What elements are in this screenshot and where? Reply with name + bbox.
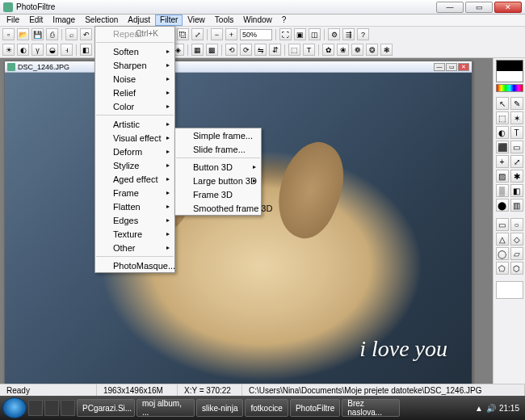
side-tool-10[interactable]: ▨ xyxy=(496,170,509,183)
tb-full-icon[interactable]: ▣ xyxy=(294,28,306,40)
image-canvas[interactable]: i love you xyxy=(5,73,472,384)
quicklaunch-3[interactable] xyxy=(61,400,75,416)
menu-help[interactable]: ? xyxy=(277,15,292,26)
tb-auto-icon[interactable]: ◫ xyxy=(309,28,321,40)
filter-item-sharpen[interactable]: Sharpen▸ xyxy=(95,58,174,72)
frame-item-slide-frame-[interactable]: Slide frame... xyxy=(175,142,261,156)
filter-item-photomasque-[interactable]: PhotoMasque... xyxy=(95,258,174,272)
tb2-contrast-icon[interactable]: ◐ xyxy=(17,44,29,56)
frame-item-button-3d[interactable]: Button 3D▸ xyxy=(175,160,261,174)
tb2-sat-icon[interactable]: ◒ xyxy=(46,44,58,56)
menu-adjust[interactable]: Adjust xyxy=(123,15,155,26)
tb2-flip-h-icon[interactable]: ⇋ xyxy=(254,44,267,56)
menu-window[interactable]: Window xyxy=(238,15,277,26)
tb2-bright-icon[interactable]: ☀ xyxy=(2,44,15,56)
tb2-module2-icon[interactable]: ❀ xyxy=(337,44,349,56)
tb-zoomout-icon[interactable]: − xyxy=(211,28,223,40)
side-tool-2[interactable]: ⬚ xyxy=(496,111,509,124)
filter-item-aged-effect[interactable]: Aged effect▸ xyxy=(95,172,174,186)
side-shape-0[interactable]: ▭ xyxy=(496,218,509,231)
side-tool-5[interactable]: T xyxy=(510,126,523,139)
doc-minimize-button[interactable]: — xyxy=(434,63,445,71)
tb-undo-icon[interactable]: ↶ xyxy=(80,28,92,40)
tb2-mask-icon[interactable]: ⬚ xyxy=(288,44,300,56)
window-maximize-button[interactable]: ▭ xyxy=(465,2,493,13)
frame-item-simple-frame-[interactable]: Simple frame... xyxy=(175,128,261,142)
side-tool-6[interactable]: ⬛ xyxy=(496,141,509,153)
tb2-module3-icon[interactable]: ❁ xyxy=(351,44,363,56)
tb2-text-icon[interactable]: T xyxy=(303,44,315,56)
filter-item-artistic[interactable]: Artistic▸ xyxy=(95,117,174,131)
window-close-button[interactable]: ✕ xyxy=(494,2,522,13)
filter-item-stylize[interactable]: Stylize▸ xyxy=(95,158,174,172)
tool-options[interactable] xyxy=(496,281,523,299)
window-minimize-button[interactable]: — xyxy=(436,2,464,13)
tb-size-icon[interactable]: ⤢ xyxy=(191,28,204,40)
filter-item-flatten[interactable]: Flatten▸ xyxy=(95,200,174,213)
tb2-rot-l-icon[interactable]: ⟲ xyxy=(225,44,237,56)
quicklaunch-2[interactable] xyxy=(44,400,59,416)
tb2-gamma-icon[interactable]: γ xyxy=(32,44,44,56)
side-shape-2[interactable]: △ xyxy=(496,233,509,246)
filter-item-relief[interactable]: Relief▸ xyxy=(95,86,174,99)
tb-save-icon[interactable]: 💾 xyxy=(32,28,44,40)
side-shape-7[interactable]: ⬡ xyxy=(510,262,523,275)
tray-icon[interactable]: 🔊 xyxy=(486,404,496,413)
tb2-hist-icon[interactable]: ⫞ xyxy=(61,44,73,56)
frame-item-smoothed-frame-3d[interactable]: Smoothed frame 3D xyxy=(175,201,261,215)
tray-icon[interactable]: ▲ xyxy=(475,404,483,413)
taskbar-task[interactable]: PCgarazi.Si... xyxy=(77,399,135,417)
start-button[interactable] xyxy=(2,397,27,418)
tb2-gray-icon[interactable]: ◧ xyxy=(80,44,92,56)
taskbar-task[interactable]: Brez naslova... xyxy=(342,399,400,417)
taskbar-task[interactable]: slike-ninja xyxy=(196,399,243,417)
tb-fit-icon[interactable]: ⛶ xyxy=(279,28,292,40)
filter-item-edges[interactable]: Edges▸ xyxy=(95,213,174,227)
filter-item-frame[interactable]: Frame▸ xyxy=(95,186,174,200)
tb-scan-icon[interactable]: ⌕ xyxy=(65,28,78,40)
side-tool-15[interactable]: ▥ xyxy=(510,199,523,212)
tb2-flip-v-icon[interactable]: ⇵ xyxy=(269,44,281,56)
tb2-var2-icon[interactable]: ▩ xyxy=(206,44,218,56)
taskbar-task[interactable]: fotkocice xyxy=(245,399,288,417)
filter-item-soften[interactable]: Soften▸ xyxy=(95,44,174,58)
menu-tools[interactable]: Tools xyxy=(210,15,238,26)
side-shape-3[interactable]: ◇ xyxy=(510,233,523,246)
side-shape-1[interactable]: ○ xyxy=(510,218,523,231)
side-tool-13[interactable]: ◧ xyxy=(510,184,523,197)
side-tool-11[interactable]: ✱ xyxy=(510,170,523,183)
quicklaunch-1[interactable] xyxy=(28,400,43,416)
filter-item-color[interactable]: Color▸ xyxy=(95,99,174,113)
side-tool-4[interactable]: ◐ xyxy=(496,126,509,139)
frame-item-frame-3d[interactable]: Frame 3D xyxy=(175,187,261,201)
color-swatch[interactable] xyxy=(496,60,523,82)
doc-close-button[interactable]: ✕ xyxy=(458,63,469,71)
side-tool-14[interactable]: ⬤ xyxy=(496,199,509,212)
tb2-module1-icon[interactable]: ✿ xyxy=(322,44,334,56)
tb2-module5-icon[interactable]: ❃ xyxy=(380,44,393,56)
filter-item-texture[interactable]: Texture▸ xyxy=(95,227,174,241)
tray-clock[interactable]: 21:15 xyxy=(499,404,519,413)
tb-prefs-icon[interactable]: ⚙ xyxy=(328,28,340,40)
color-spectrum[interactable] xyxy=(496,84,523,92)
tb-dup-icon[interactable]: ⿻ xyxy=(177,28,189,40)
menu-image[interactable]: Image xyxy=(48,15,80,26)
filter-item-visual-effect[interactable]: Visual effect▸ xyxy=(95,131,174,145)
tb2-module4-icon[interactable]: ❂ xyxy=(366,44,378,56)
side-tool-7[interactable]: ▭ xyxy=(510,141,523,153)
tb-open-icon[interactable]: 📂 xyxy=(17,28,29,40)
tb-zoomin-icon[interactable]: + xyxy=(225,28,237,40)
menu-view[interactable]: View xyxy=(183,15,210,26)
side-shape-4[interactable]: ◯ xyxy=(496,247,509,260)
tb2-rot-r-icon[interactable]: ⟳ xyxy=(240,44,252,56)
menu-file[interactable]: File xyxy=(2,15,24,26)
frame-item-large-button-3d[interactable]: Large button 3D▸ xyxy=(175,174,261,187)
filter-item-other[interactable]: Other▸ xyxy=(95,241,174,254)
system-tray[interactable]: ▲ 🔊 21:15 xyxy=(472,404,523,413)
side-tool-3[interactable]: ✶ xyxy=(510,111,523,124)
side-tool-8[interactable]: + xyxy=(496,155,509,168)
tb-batch-icon[interactable]: ⇶ xyxy=(342,28,355,40)
menu-selection[interactable]: Selection xyxy=(80,15,123,26)
doc-maximize-button[interactable]: ▭ xyxy=(446,63,457,71)
side-tool-0[interactable]: ↖ xyxy=(496,97,509,110)
